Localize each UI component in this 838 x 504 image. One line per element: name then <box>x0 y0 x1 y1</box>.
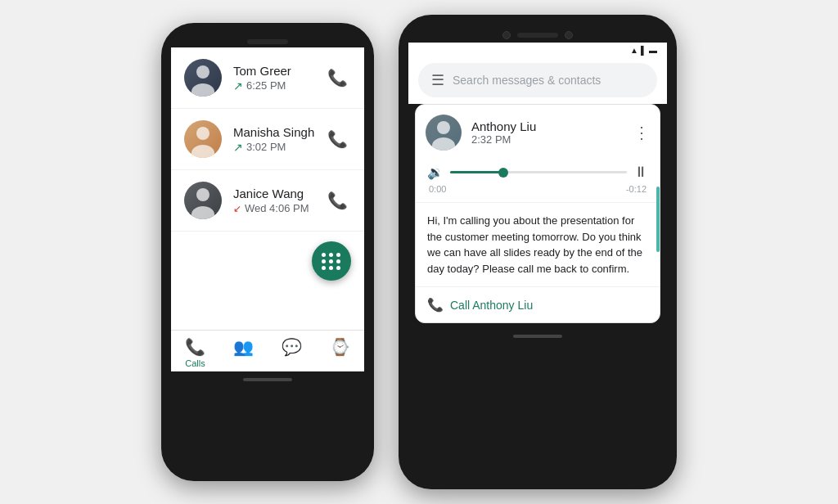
call-item-janice-wang[interactable]: Janice Wang ↙ Wed 4:06 PM 📞 <box>171 170 364 232</box>
volume-icon[interactable]: 🔉 <box>427 164 444 180</box>
left-phone-bottom-bar <box>171 371 364 388</box>
call-item-tom-greer[interactable]: Tom Greer ↗ 6:25 PM 📞 <box>171 47 364 109</box>
wifi-icon: ▲ <box>630 46 638 55</box>
audio-times: 0:00 -0:12 <box>427 184 648 194</box>
dial-fab[interactable] <box>312 241 351 281</box>
right-phone: ▲ ▌ ▬ ☰ Search messages & contacts Antho… <box>399 15 677 489</box>
avatar-manisha-singh <box>184 120 222 158</box>
scroll-indicator <box>656 187 660 252</box>
voicemail-nav-icon: ⌚ <box>330 337 350 357</box>
nav-messages[interactable]: 💬 <box>268 337 316 368</box>
right-phone-top-bar <box>408 25 667 43</box>
call-action-manisha[interactable]: 📞 <box>324 126 351 152</box>
search-bar-container: ☰ Search messages & contacts <box>408 56 667 104</box>
audio-progress <box>450 171 503 173</box>
left-phone-top-bar <box>171 33 364 47</box>
sensor <box>565 31 573 39</box>
audio-controls: 🔉 ⏸ <box>427 164 648 181</box>
pause-icon[interactable]: ⏸ <box>633 164 648 181</box>
outgoing-arrow-tom: ↗ <box>233 79 243 92</box>
home-indicator <box>243 378 292 381</box>
battery-icon: ▬ <box>649 46 657 55</box>
contacts-nav-icon: 👥 <box>233 337 254 357</box>
call-info-tom-greer: Tom Greer ↗ 6:25 PM <box>233 64 324 92</box>
more-options-icon[interactable]: ⋮ <box>633 123 650 142</box>
cta-row[interactable]: 📞 Call Anthony Liu <box>416 287 660 322</box>
audio-time-remaining: -0:12 <box>626 184 647 194</box>
call-item-manisha-singh[interactable]: Manisha Singh ↗ 3:02 PM 📞 <box>171 109 364 170</box>
front-camera <box>502 31 511 39</box>
audio-thumb <box>498 168 508 178</box>
calls-list: Tom Greer ↗ 6:25 PM 📞 Manisha Singh ↗ 3:… <box>171 47 364 330</box>
call-info-manisha-singh: Manisha Singh ↗ 3:02 PM <box>233 125 324 154</box>
voicemail-transcript: Hi, I'm calling you about the presentati… <box>416 203 660 287</box>
left-phone: Tom Greer ↗ 6:25 PM 📞 Manisha Singh ↗ 3:… <box>161 23 374 481</box>
call-time-manisha-singh: 3:02 PM <box>246 141 286 153</box>
cta-label: Call Anthony Liu <box>450 299 533 312</box>
sender-info: Anthony Liu 2:32 PM <box>471 119 536 146</box>
call-time-tom-greer: 6:25 PM <box>246 79 286 92</box>
call-action-janice[interactable]: 📞 <box>324 187 351 214</box>
calls-nav-icon: 📞 <box>185 337 205 357</box>
status-bar: ▲ ▌ ▬ <box>408 43 667 56</box>
search-bar[interactable]: ☰ Search messages & contacts <box>418 63 657 97</box>
audio-track[interactable] <box>450 171 627 173</box>
missed-arrow-janice: ↙ <box>233 203 241 214</box>
call-name-tom-greer: Tom Greer <box>233 64 324 78</box>
bottom-nav: 📞 Calls 👥 💬 ⌚ <box>171 330 364 371</box>
call-name-manisha-singh: Manisha Singh <box>233 125 324 139</box>
sender-time: 2:32 PM <box>471 133 536 146</box>
audio-time-current: 0:00 <box>429 184 446 194</box>
home-indicator-right <box>513 335 562 338</box>
message-header: Anthony Liu 2:32 PM ⋮ <box>416 105 660 157</box>
dialpad-dots <box>322 253 341 270</box>
right-screen-content: ▲ ▌ ▬ ☰ Search messages & contacts Antho… <box>408 43 667 328</box>
search-input-placeholder[interactable]: Search messages & contacts <box>453 74 644 87</box>
sender-name: Anthony Liu <box>471 119 536 133</box>
avatar-tom-greer <box>184 59 222 97</box>
message-card-anthony: Anthony Liu 2:32 PM ⋮ 🔉 ⏸ 0:00 <box>415 104 660 323</box>
call-time-row-janice: ↙ Wed 4:06 PM <box>233 202 324 214</box>
right-phone-bottom-bar <box>408 328 667 344</box>
avatar-anthony-liu <box>426 115 462 151</box>
speaker-grille <box>247 39 288 44</box>
call-time-row-manisha: ↗ 3:02 PM <box>233 141 324 154</box>
messages-nav-icon: 💬 <box>282 337 302 357</box>
avatar-janice-wang <box>184 182 222 219</box>
menu-icon[interactable]: ☰ <box>431 71 444 89</box>
call-info-janice-wang: Janice Wang ↙ Wed 4:06 PM <box>233 187 324 214</box>
audio-player: 🔉 ⏸ 0:00 -0:12 <box>416 157 660 203</box>
cta-phone-icon: 📞 <box>427 297 444 313</box>
earpiece <box>517 33 558 38</box>
call-action-tom[interactable]: 📞 <box>324 65 351 91</box>
status-icons: ▲ ▌ ▬ <box>630 46 657 55</box>
nav-calls[interactable]: 📞 Calls <box>171 337 219 368</box>
nav-voicemail[interactable]: ⌚ <box>316 337 364 368</box>
nav-contacts[interactable]: 👥 <box>219 337 268 368</box>
signal-icon: ▌ <box>641 46 647 55</box>
call-time-janice-wang: Wed 4:06 PM <box>245 202 309 214</box>
call-name-janice-wang: Janice Wang <box>233 187 324 200</box>
call-time-row-tom-greer: ↗ 6:25 PM <box>233 79 324 92</box>
calls-nav-label: Calls <box>185 358 205 368</box>
outgoing-arrow-manisha: ↗ <box>233 141 243 154</box>
left-screen-content: Tom Greer ↗ 6:25 PM 📞 Manisha Singh ↗ 3:… <box>171 47 364 371</box>
